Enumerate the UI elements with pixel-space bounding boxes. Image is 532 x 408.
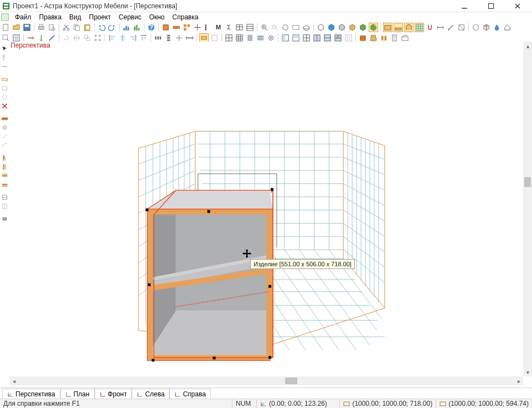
- tool-m-icon[interactable]: М: [214, 23, 223, 32]
- room-icon: [343, 400, 350, 407]
- side-edge1-icon[interactable]: [1, 154, 9, 162]
- viewport-3d[interactable]: Изделие [551.00 x 506.00 x 718.00]: [9, 49, 523, 376]
- axis-icon: [7, 391, 14, 397]
- tab-perspective[interactable]: Перспектива: [2, 389, 60, 399]
- svg-rect-81: [257, 35, 264, 41]
- render2-icon[interactable]: [369, 23, 378, 32]
- side-contour-icon[interactable]: [1, 202, 9, 210]
- undo-icon[interactable]: [97, 23, 106, 32]
- zoom-out-icon[interactable]: [270, 23, 280, 32]
- chart2-icon[interactable]: [132, 23, 142, 32]
- insert-product-icon[interactable]: [161, 23, 171, 32]
- tab-plan[interactable]: План: [60, 389, 95, 399]
- horizontal-scrollbar[interactable]: ◂ ▸: [9, 376, 523, 385]
- snap-icon[interactable]: [425, 23, 435, 32]
- scroll-left-icon[interactable]: ◂: [9, 376, 18, 385]
- zoom-in-icon[interactable]: [260, 23, 269, 32]
- side-hardware-icon[interactable]: [1, 215, 9, 223]
- cube2-icon[interactable]: [482, 23, 491, 32]
- copy-icon[interactable]: [72, 23, 81, 32]
- sigma-icon[interactable]: Σ: [224, 23, 234, 32]
- scroll-right-icon[interactable]: ▸: [514, 376, 523, 385]
- paste-icon[interactable]: [82, 23, 92, 32]
- save-icon[interactable]: [22, 23, 32, 32]
- menu-edit[interactable]: Правка: [35, 13, 66, 22]
- side-panel-icon[interactable]: [1, 75, 9, 84]
- tool-tree-icon[interactable]: [203, 23, 213, 32]
- scroll-h-thumb[interactable]: [285, 378, 297, 384]
- side-hole-icon[interactable]: [1, 193, 9, 202]
- tab-front[interactable]: Фронт: [95, 389, 132, 399]
- show-grid-icon[interactable]: [415, 23, 424, 32]
- droplet-icon[interactable]: [492, 23, 502, 32]
- print-preview-icon[interactable]: [47, 23, 56, 32]
- show-room-icon[interactable]: [383, 23, 392, 32]
- svg-rect-77: [212, 35, 217, 40]
- side-edge2-icon[interactable]: [1, 163, 9, 171]
- side-delete-icon[interactable]: [1, 102, 9, 110]
- tool-misc1-icon[interactable]: [446, 23, 456, 32]
- wireframe-icon[interactable]: [316, 23, 326, 32]
- maximize-button[interactable]: [483, 1, 499, 12]
- minimize-button[interactable]: [457, 1, 472, 12]
- svg-point-103: [6, 66, 7, 68]
- menu-project[interactable]: Проект: [85, 13, 115, 22]
- insert-group-icon[interactable]: [182, 23, 192, 32]
- tab-right[interactable]: Справа: [169, 389, 210, 399]
- close-button[interactable]: [510, 1, 525, 12]
- svg-rect-69: [144, 37, 146, 39]
- side-circle-icon[interactable]: [1, 93, 9, 101]
- show-walls-icon[interactable]: [404, 23, 414, 32]
- shaded-icon[interactable]: [327, 23, 336, 32]
- spec-icon[interactable]: [245, 23, 255, 32]
- side-edge3-icon[interactable]: [1, 172, 9, 180]
- side-tool-2-icon[interactable]: [1, 63, 9, 71]
- svg-rect-137: [440, 402, 446, 406]
- svg-rect-22: [123, 28, 125, 30]
- menu-file[interactable]: Файл: [11, 13, 35, 22]
- show-floor-icon[interactable]: [394, 23, 403, 32]
- side-arc-icon[interactable]: [1, 141, 9, 149]
- orbit-icon[interactable]: [302, 23, 311, 32]
- tool-misc2-icon[interactable]: [457, 23, 466, 32]
- svg-rect-101: [402, 37, 408, 41]
- menu-view[interactable]: Вид: [65, 13, 85, 22]
- svg-rect-87: [293, 35, 299, 38]
- table-icon[interactable]: [235, 23, 244, 32]
- scroll-v-thumb[interactable]: [524, 177, 531, 187]
- pointer-icon[interactable]: [1, 45, 9, 53]
- svg-rect-53: [3, 35, 7, 39]
- menu-help[interactable]: Справка: [168, 13, 202, 22]
- svg-rect-76: [202, 37, 206, 40]
- chart1-icon[interactable]: [122, 23, 131, 32]
- zoom-window-icon[interactable]: [291, 23, 301, 32]
- textured-icon[interactable]: [348, 23, 357, 32]
- menu-service[interactable]: Сервис: [115, 13, 145, 22]
- zoom-fit-icon[interactable]: [281, 23, 290, 32]
- hidden-line-icon[interactable]: [337, 23, 347, 32]
- status-num: NUM: [233, 399, 257, 408]
- tool-axes-icon[interactable]: [193, 23, 202, 32]
- open-icon[interactable]: [12, 23, 21, 32]
- vertical-scrollbar[interactable]: ▴ ▾: [523, 42, 532, 376]
- tab-left[interactable]: Слева: [132, 389, 169, 399]
- render-icon[interactable]: [358, 23, 368, 32]
- side-ruler-icon[interactable]: [1, 115, 9, 123]
- home-icon[interactable]: [503, 23, 512, 32]
- scroll-down-icon[interactable]: ▾: [523, 368, 532, 376]
- side-line-icon[interactable]: [1, 132, 9, 141]
- side-rect-icon[interactable]: [1, 84, 9, 92]
- cube1-icon[interactable]: [471, 23, 481, 32]
- menu-window[interactable]: Окно: [145, 13, 168, 22]
- info-icon[interactable]: ?: [147, 23, 156, 32]
- new-icon[interactable]: [1, 23, 11, 32]
- side-tool-1-icon[interactable]: [1, 54, 9, 62]
- redo-icon[interactable]: [107, 23, 117, 32]
- cut-icon[interactable]: [61, 23, 71, 32]
- print-icon[interactable]: [37, 23, 46, 32]
- side-edge4-icon[interactable]: [1, 180, 9, 189]
- insert-panel-icon[interactable]: [172, 23, 181, 32]
- dimension-icon[interactable]: [436, 23, 445, 32]
- scroll-up-icon[interactable]: ▴: [523, 42, 532, 50]
- side-drill-icon[interactable]: [1, 123, 9, 132]
